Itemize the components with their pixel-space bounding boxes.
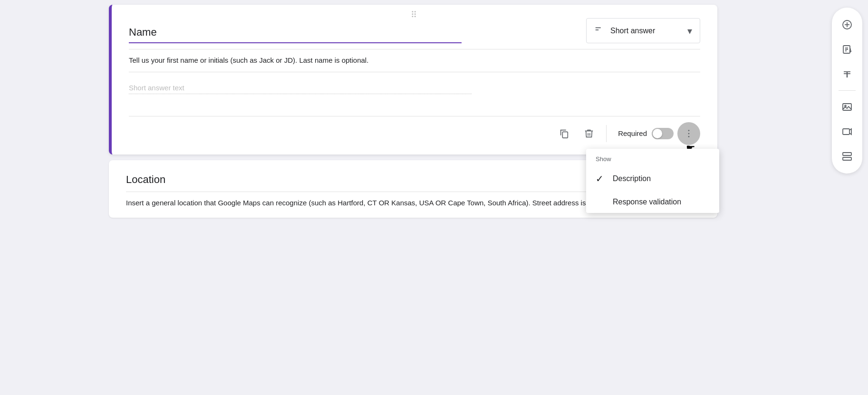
name-question-card: ⠿ Name Short answer ▾ Tell bbox=[109, 5, 717, 154]
add-question-btn[interactable] bbox=[836, 13, 858, 36]
import-icon bbox=[841, 44, 853, 55]
more-vert-icon bbox=[684, 128, 694, 139]
required-section: Required bbox=[618, 128, 674, 139]
svg-rect-2 bbox=[562, 132, 568, 138]
required-label: Required bbox=[618, 129, 647, 137]
video-icon bbox=[841, 126, 853, 137]
required-toggle[interactable] bbox=[652, 128, 674, 139]
svg-rect-19 bbox=[843, 153, 851, 155]
copy-icon bbox=[559, 128, 569, 139]
sidebar bbox=[832, 8, 862, 173]
trash-icon bbox=[584, 128, 594, 139]
text-icon bbox=[841, 68, 853, 80]
response-validation-label: Response validation bbox=[613, 198, 681, 206]
sidebar-divider bbox=[839, 90, 856, 91]
answer-placeholder: Short answer text bbox=[129, 80, 472, 94]
svg-point-3 bbox=[688, 130, 690, 131]
description-menu-label: Description bbox=[613, 174, 651, 183]
delete-button[interactable] bbox=[579, 123, 599, 144]
context-menu: Show ✓ Description Response validation bbox=[586, 149, 719, 213]
svg-point-5 bbox=[688, 136, 690, 137]
title-divider bbox=[129, 49, 700, 49]
svg-rect-18 bbox=[843, 129, 849, 135]
chevron-down-icon: ▾ bbox=[687, 25, 692, 37]
question-type-dropdown[interactable]: Short answer ▾ bbox=[586, 18, 700, 43]
copy-button[interactable] bbox=[554, 123, 575, 144]
add-video-btn[interactable] bbox=[836, 120, 858, 143]
short-answer-icon bbox=[594, 24, 605, 37]
svg-point-4 bbox=[688, 133, 690, 134]
section-icon bbox=[841, 151, 853, 162]
add-title-btn[interactable] bbox=[836, 63, 858, 86]
more-options-button[interactable] bbox=[677, 122, 700, 145]
desc-divider bbox=[129, 72, 700, 72]
svg-rect-20 bbox=[843, 157, 851, 160]
context-menu-description[interactable]: ✓ Description bbox=[586, 166, 719, 191]
context-menu-validation[interactable]: Response validation bbox=[586, 191, 719, 213]
image-icon bbox=[841, 101, 853, 113]
add-image-btn[interactable] bbox=[836, 96, 858, 118]
svg-point-17 bbox=[845, 106, 846, 107]
question-description: Tell us your first name or initials (suc… bbox=[129, 55, 700, 66]
question-type-label: Short answer bbox=[610, 27, 682, 35]
bottom-divider bbox=[606, 125, 607, 142]
drag-handle[interactable]: ⠿ bbox=[411, 10, 418, 20]
plus-circle-icon bbox=[841, 19, 853, 30]
check-icon: ✓ bbox=[596, 173, 605, 184]
question-title-input[interactable]: Name bbox=[129, 24, 462, 43]
import-questions-btn[interactable] bbox=[836, 38, 858, 61]
add-section-btn[interactable] bbox=[836, 145, 858, 168]
more-options-container: Show ✓ Description Response validation ☛ bbox=[677, 122, 700, 145]
toggle-slider bbox=[652, 128, 674, 139]
svg-rect-16 bbox=[843, 104, 851, 110]
context-menu-header: Show bbox=[586, 149, 719, 166]
